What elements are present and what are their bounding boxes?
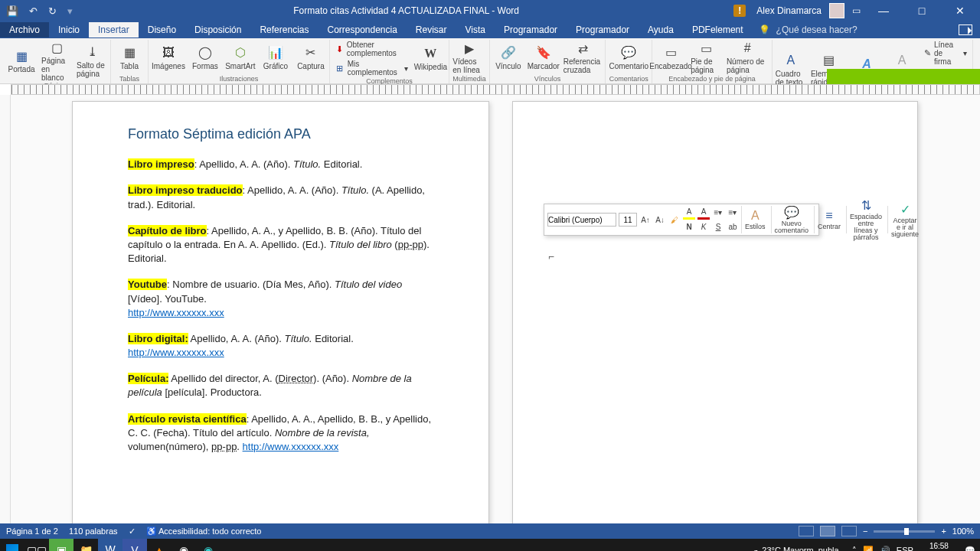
word-count[interactable]: 110 palabras bbox=[69, 527, 118, 536]
tab-vista[interactable]: Vista bbox=[456, 22, 495, 37]
tab-inicio[interactable]: Inicio bbox=[49, 22, 89, 37]
share-icon[interactable] bbox=[959, 24, 972, 35]
task-view-icon[interactable]: ▢▢ bbox=[24, 539, 49, 551]
font-size[interactable] bbox=[619, 213, 637, 227]
tab-file[interactable]: Archivo bbox=[0, 22, 49, 37]
zoom-out-button[interactable]: − bbox=[863, 527, 867, 536]
imagenes-button[interactable]: 🖼Imágenes bbox=[152, 45, 185, 70]
font-color-icon[interactable]: A bbox=[697, 206, 710, 220]
obtener-complementos-button[interactable]: ⬇Obtener complementos bbox=[333, 40, 410, 58]
tab-diseno[interactable]: Diseño bbox=[139, 22, 185, 37]
accessibility-status[interactable]: ♿ Accesibilidad: todo correcto bbox=[146, 527, 262, 536]
tab-correspondencia[interactable]: Correspondencia bbox=[318, 22, 406, 37]
cuadro-texto-button[interactable]: ACuadro de texto bbox=[776, 53, 806, 86]
print-layout-icon[interactable] bbox=[820, 526, 835, 536]
pagina-blanco-button[interactable]: ▢Página en blanco bbox=[41, 40, 72, 82]
grafico-button[interactable]: 📊Gráfico bbox=[260, 45, 291, 70]
page-indicator[interactable]: Página 1 de 2 bbox=[6, 527, 58, 536]
formas-button[interactable]: ◯Formas bbox=[190, 45, 220, 70]
highlight-icon[interactable]: A bbox=[683, 206, 695, 220]
tab-revisar[interactable]: Revisar bbox=[407, 22, 456, 37]
notifications-icon[interactable]: 💬 bbox=[965, 546, 975, 552]
vlc-taskbar-icon[interactable]: ▲ bbox=[147, 539, 172, 551]
undo-icon[interactable]: ↶ bbox=[29, 5, 38, 17]
tray-chevron-icon[interactable]: ˄ bbox=[852, 546, 857, 552]
grow-font-icon[interactable]: A↑ bbox=[639, 213, 652, 227]
wikipedia-button[interactable]: WWikipedia bbox=[415, 46, 446, 71]
tab-insertar[interactable]: Insertar bbox=[89, 22, 139, 37]
save-icon[interactable]: 💾 bbox=[6, 5, 18, 17]
minimize-button[interactable]: — bbox=[868, 0, 899, 21]
weather-widget[interactable]: ☁ 23°C Mayorm. nubla... bbox=[751, 546, 846, 552]
centrar-button[interactable]: ≡Centrar bbox=[814, 206, 844, 233]
read-mode-icon[interactable] bbox=[799, 526, 814, 536]
display-options-icon[interactable]: ▭ bbox=[852, 5, 861, 16]
linea-firma-button[interactable]: ✎Línea de firma ▾ bbox=[922, 40, 969, 67]
web-layout-icon[interactable] bbox=[841, 526, 857, 536]
maximize-button[interactable]: □ bbox=[906, 0, 937, 21]
numbering-icon[interactable]: ≡▾ bbox=[727, 206, 739, 220]
strikethrough-button[interactable]: ab bbox=[727, 220, 739, 234]
vinculo-button[interactable]: 🔗Vínculo bbox=[493, 45, 524, 70]
tell-me-input[interactable]: ¿Qué desea hacer? bbox=[776, 24, 858, 35]
libro-digital-link[interactable]: http://www.xxxxxx.xxx bbox=[128, 347, 224, 358]
horizontal-ruler[interactable] bbox=[11, 84, 980, 95]
nuevo-comentario-button[interactable]: 💬Nuevo comentario bbox=[771, 206, 812, 233]
bold-button[interactable]: N bbox=[683, 220, 695, 234]
referencia-cruzada-button[interactable]: ⇄Referencia cruzada bbox=[564, 41, 603, 74]
shrink-font-icon[interactable]: A↓ bbox=[654, 213, 666, 227]
tab-programador[interactable]: Programador bbox=[495, 22, 567, 37]
taskbar-app-1[interactable]: ▣ bbox=[49, 539, 74, 551]
espaciado-button[interactable]: ⇅Espaciado entre líneas y párrafos bbox=[846, 206, 885, 233]
format-painter-icon[interactable]: 🖌 bbox=[668, 213, 681, 227]
mis-complementos-button[interactable]: ⊞Mis complementos ▾ bbox=[333, 59, 410, 77]
encabezado-button[interactable]: ▭Encabezado bbox=[655, 45, 686, 70]
vertical-ruler[interactable] bbox=[0, 95, 11, 523]
clock[interactable]: 16:5821-04-2023 bbox=[920, 542, 959, 551]
tabla-button[interactable]: ▦Tabla bbox=[114, 45, 145, 70]
font-select[interactable] bbox=[547, 213, 616, 227]
language-indicator[interactable]: ESP bbox=[897, 546, 913, 551]
estilos-button[interactable]: AEstilos bbox=[741, 206, 769, 233]
youtube-link[interactable]: http://www.xxxxxx.xxx bbox=[128, 307, 224, 318]
comentario-button[interactable]: 💬Comentario bbox=[609, 45, 648, 70]
warning-icon[interactable]: ! bbox=[733, 5, 746, 17]
captura-button[interactable]: ✂Captura bbox=[296, 45, 326, 70]
page-1[interactable]: Formato Séptima edición APA Libro impres… bbox=[72, 101, 489, 523]
tab-ayuda[interactable]: Ayuda bbox=[639, 22, 683, 37]
user-name[interactable]: Alex Dinamarca bbox=[756, 5, 822, 16]
bullets-icon[interactable]: ≡▾ bbox=[712, 206, 724, 220]
chrome-taskbar-icon[interactable]: ◉ bbox=[172, 539, 196, 551]
avatar[interactable] bbox=[829, 3, 844, 18]
visio-taskbar-icon[interactable]: V bbox=[122, 539, 147, 551]
close-button[interactable]: ✕ bbox=[945, 0, 975, 21]
pie-pagina-button[interactable]: ▭Pie de página bbox=[691, 41, 722, 74]
videos-button[interactable]: ▶Vídeos en línea bbox=[452, 41, 486, 74]
tab-referencias[interactable]: Referencias bbox=[250, 22, 318, 37]
articulo-link[interactable]: http://www.xxxxxx.xxx bbox=[243, 441, 339, 452]
zoom-level[interactable]: 100% bbox=[952, 527, 974, 536]
start-button[interactable] bbox=[0, 539, 24, 551]
salto-pagina-button[interactable]: ⤓Salto de página bbox=[77, 44, 107, 78]
word-taskbar-icon[interactable]: W bbox=[98, 539, 122, 551]
help-icon[interactable]: 💡 bbox=[759, 24, 770, 35]
page-2[interactable] bbox=[512, 101, 918, 523]
proofing-icon[interactable]: ✓ bbox=[129, 527, 136, 536]
zoom-slider[interactable] bbox=[874, 530, 935, 533]
volume-icon[interactable]: 🔊 bbox=[880, 546, 890, 552]
aceptar-button[interactable]: ✓Aceptar e ir al siguiente bbox=[887, 206, 922, 233]
tab-disposicion[interactable]: Disposición bbox=[185, 22, 250, 37]
tab-pdfelement[interactable]: PDFelement bbox=[683, 22, 753, 37]
zoom-in-button[interactable]: + bbox=[941, 527, 946, 536]
network-icon[interactable]: 📶 bbox=[863, 546, 874, 552]
redo-icon[interactable]: ↻ bbox=[48, 5, 57, 17]
italic-button[interactable]: K bbox=[697, 220, 710, 234]
underline-button[interactable]: S bbox=[712, 220, 724, 234]
smartart-button[interactable]: ⬡SmartArt bbox=[225, 45, 256, 70]
marcador-button[interactable]: 🔖Marcador bbox=[528, 45, 559, 70]
edge-taskbar-icon[interactable]: ◉ bbox=[196, 539, 220, 551]
portada-button[interactable]: ▦Portada bbox=[6, 48, 37, 73]
tab-programador2[interactable]: Programador bbox=[567, 22, 639, 37]
file-explorer-icon[interactable]: 📁 bbox=[74, 539, 98, 551]
numero-pagina-button[interactable]: #Número de página bbox=[727, 41, 769, 74]
